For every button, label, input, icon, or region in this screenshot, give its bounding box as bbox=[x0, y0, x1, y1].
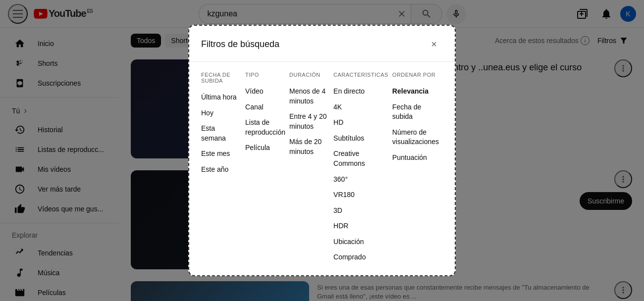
filter-column-title: TIPO bbox=[245, 72, 285, 78]
filter-option[interactable]: Entre 4 y 20 minutos bbox=[289, 109, 329, 134]
filter-column: FECHA DE SUBIDAÚltima horaHoyEsta semana… bbox=[201, 72, 245, 265]
filter-option[interactable]: En directo bbox=[333, 84, 388, 100]
filter-option[interactable]: Ubicación bbox=[333, 234, 388, 250]
filter-option[interactable]: Fecha de subida bbox=[392, 100, 439, 125]
filter-column-title: ORDENAR POR bbox=[392, 72, 439, 78]
filter-option[interactable]: Relevancia bbox=[392, 84, 439, 100]
filter-option[interactable]: Lista de reproducción bbox=[245, 115, 285, 140]
modal-title: Filtros de búsqueda bbox=[201, 39, 279, 50]
filter-modal: Filtros de búsqueda × FECHA DE SUBIDAÚlt… bbox=[188, 25, 456, 276]
filter-option[interactable]: Más de 20 minutos bbox=[289, 134, 329, 159]
filter-option[interactable]: VR180 bbox=[333, 187, 388, 203]
filter-column: DURACIÓNMenos de 4 minutosEntre 4 y 20 m… bbox=[289, 72, 333, 265]
modal-close-button[interactable]: × bbox=[425, 36, 443, 53]
filter-option[interactable]: 3D bbox=[333, 203, 388, 219]
filter-column: TIPOVídeoCanalLista de reproducciónPelíc… bbox=[245, 72, 289, 265]
filter-option[interactable]: Comprado bbox=[333, 250, 388, 265]
filter-option[interactable]: Última hora bbox=[201, 90, 241, 105]
filter-option[interactable]: Menos de 4 minutos bbox=[289, 84, 329, 109]
filter-column: CARACTERÍSTICASEn directo4KHDSubtítulosC… bbox=[333, 72, 392, 265]
filter-option[interactable]: HDR bbox=[333, 218, 388, 234]
filter-column: ORDENAR PORRelevanciaFecha de subidaNúme… bbox=[392, 72, 443, 265]
filter-columns: FECHA DE SUBIDAÚltima horaHoyEsta semana… bbox=[201, 72, 443, 265]
filter-option[interactable]: Subtítulos bbox=[333, 131, 388, 147]
filter-option[interactable]: Este mes bbox=[201, 146, 241, 162]
filter-option[interactable]: Vídeo bbox=[245, 84, 285, 100]
modal-header: Filtros de búsqueda × bbox=[189, 26, 455, 62]
modal-overlay[interactable]: Filtros de búsqueda × FECHA DE SUBIDAÚlt… bbox=[0, 0, 644, 301]
modal-body: FECHA DE SUBIDAÚltima horaHoyEsta semana… bbox=[189, 62, 455, 275]
filter-option[interactable]: Este año bbox=[201, 162, 241, 178]
filter-option[interactable]: Canal bbox=[245, 100, 285, 115]
filter-column-title: DURACIÓN bbox=[289, 72, 329, 78]
filter-option[interactable]: Número de visualizaciones bbox=[392, 125, 439, 150]
filter-option[interactable]: 360° bbox=[333, 172, 388, 188]
filter-option[interactable]: Puntuación bbox=[392, 150, 439, 166]
filter-option[interactable]: Creative Commons bbox=[333, 146, 388, 171]
filter-column-title: CARACTERÍSTICAS bbox=[333, 72, 388, 78]
filter-option[interactable]: 4K bbox=[333, 100, 388, 115]
filter-column-title: FECHA DE SUBIDA bbox=[201, 72, 241, 84]
filter-option[interactable]: Hoy bbox=[201, 105, 241, 121]
filter-option[interactable]: HD bbox=[333, 115, 388, 131]
filter-option[interactable]: Esta semana bbox=[201, 121, 241, 146]
filter-option[interactable]: Película bbox=[245, 140, 285, 156]
